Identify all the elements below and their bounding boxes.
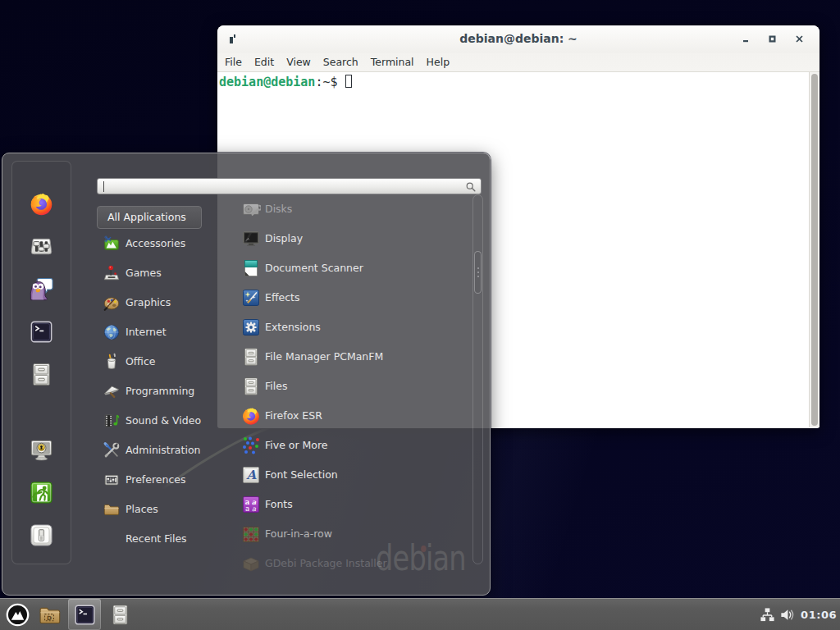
category-sound-video[interactable]: Sound & Video bbox=[97, 406, 236, 436]
favorites-sidebar bbox=[11, 161, 71, 564]
logout-button[interactable] bbox=[29, 480, 54, 505]
category-recent-files[interactable]: Recent Files bbox=[97, 524, 236, 554]
category-all-applications[interactable]: All Applications bbox=[97, 206, 202, 229]
close-button[interactable] bbox=[786, 25, 813, 52]
terminal-prompt: debian@debian:~$ bbox=[219, 74, 352, 90]
app-effects[interactable]: Effects bbox=[240, 283, 471, 313]
shutdown-button[interactable] bbox=[29, 523, 54, 548]
menu-file[interactable]: File bbox=[225, 54, 242, 70]
scrollbar-grip-dot bbox=[477, 276, 479, 277]
menu-search[interactable]: Search bbox=[323, 54, 358, 70]
maximize-button[interactable] bbox=[759, 25, 786, 52]
menu-view[interactable]: View bbox=[286, 54, 311, 70]
app-files[interactable]: Files bbox=[240, 372, 471, 401]
category-preferences[interactable]: Preferences bbox=[97, 465, 236, 495]
panel-menu-button[interactable] bbox=[2, 599, 32, 630]
panel-folder-launcher[interactable] bbox=[32, 599, 66, 630]
category-list: All Applications Accessories Games Graph… bbox=[97, 204, 236, 590]
favorite-firefox[interactable] bbox=[29, 191, 54, 217]
app-document-scanner[interactable]: Document Scanner bbox=[240, 253, 471, 283]
favorite-pidgin[interactable] bbox=[29, 276, 54, 302]
bottom-panel: 01:06 bbox=[0, 598, 840, 630]
category-places[interactable]: Places bbox=[97, 495, 236, 524]
app-font-selection[interactable]: Font Selection bbox=[240, 460, 471, 490]
minimize-button[interactable] bbox=[732, 25, 759, 52]
scrollbar-grip-dot bbox=[477, 267, 479, 269]
app-disks[interactable]: Disks bbox=[240, 194, 471, 224]
panel-task-terminal[interactable] bbox=[68, 599, 101, 630]
terminal-titlebar[interactable]: debian@debian: ~ bbox=[217, 25, 819, 52]
category-games[interactable]: Games bbox=[97, 258, 236, 288]
menu-scrollbar-thumb[interactable] bbox=[474, 251, 482, 294]
terminal-cursor bbox=[345, 75, 352, 88]
terminal-title: debian@debian: ~ bbox=[217, 25, 819, 52]
favorite-system-settings[interactable] bbox=[29, 234, 54, 259]
app-display[interactable]: Display bbox=[240, 224, 471, 253]
category-programming[interactable]: Programming bbox=[97, 377, 236, 406]
app-five-or-more[interactable]: Five or More bbox=[240, 431, 471, 460]
menu-edit[interactable]: Edit bbox=[254, 54, 274, 70]
application-list: Disks Display Document Scanner Effects E… bbox=[240, 194, 471, 580]
scrollbar-grip-dot bbox=[477, 272, 479, 273]
app-gdebi-package-installer[interactable]: GDebi Package Installer bbox=[240, 549, 471, 578]
app-extensions[interactable]: Extensions bbox=[240, 313, 471, 342]
prompt-path: :~$ bbox=[315, 75, 337, 89]
category-office[interactable]: Office bbox=[97, 347, 236, 377]
app-file-manager-pcmanfm[interactable]: File Manager PCManFM bbox=[240, 342, 471, 372]
desktop: debian debian@debian: ~ File Edit View S bbox=[0, 0, 840, 630]
category-administration[interactable]: Administration bbox=[97, 436, 236, 465]
applications-menu: All Applications Accessories Games Graph… bbox=[2, 153, 491, 596]
category-accessories[interactable]: Accessories bbox=[97, 229, 236, 258]
panel-clock[interactable]: 01:06 bbox=[801, 609, 837, 621]
menu-scrollbar[interactable] bbox=[472, 194, 483, 564]
terminal-menubar: File Edit View Search Terminal Help bbox=[217, 52, 819, 72]
lock-screen-button[interactable] bbox=[29, 437, 54, 463]
terminal-scrollbar[interactable] bbox=[809, 72, 819, 427]
volume-icon[interactable] bbox=[779, 607, 795, 623]
prompt-user-host: debian@debian bbox=[219, 75, 315, 89]
panel-file-cabinet-launcher[interactable] bbox=[101, 599, 139, 630]
app-firefox-esr[interactable]: Firefox ESR bbox=[240, 401, 471, 431]
app-four-in-a-row[interactable]: Four-in-a-row bbox=[240, 519, 471, 549]
menu-terminal[interactable]: Terminal bbox=[371, 54, 414, 70]
search-input[interactable] bbox=[97, 178, 482, 194]
menu-help[interactable]: Help bbox=[427, 54, 450, 70]
text-caret bbox=[103, 181, 104, 192]
favorite-file-manager[interactable] bbox=[29, 362, 54, 387]
search-icon bbox=[465, 181, 477, 193]
app-fonts[interactable]: Fonts bbox=[240, 490, 471, 519]
terminal-scrollbar-thumb[interactable] bbox=[811, 74, 818, 426]
category-internet[interactable]: Internet bbox=[97, 317, 236, 347]
network-icon[interactable] bbox=[760, 607, 775, 623]
category-graphics[interactable]: Graphics bbox=[97, 288, 236, 317]
favorite-terminal[interactable] bbox=[29, 319, 54, 345]
